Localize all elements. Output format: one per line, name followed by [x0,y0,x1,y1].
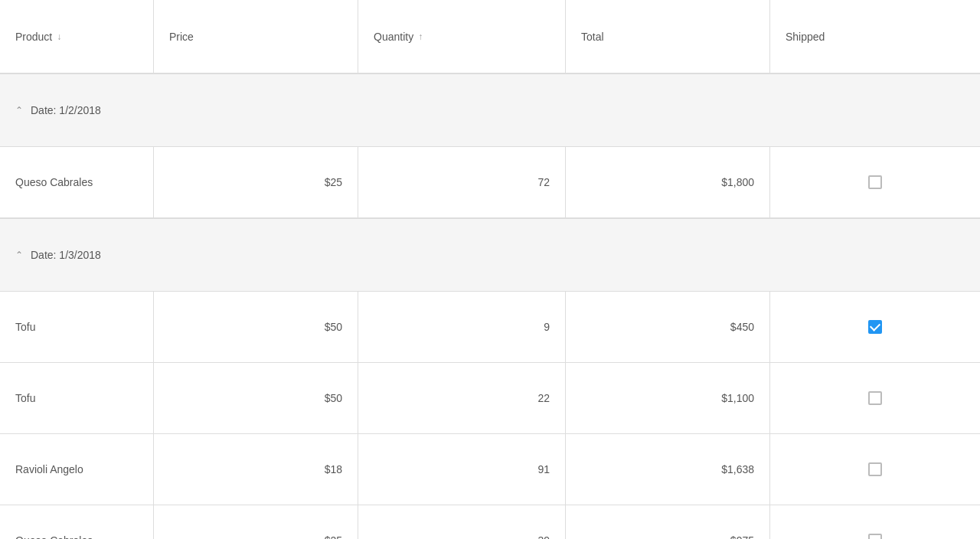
cell-total: $450 [566,292,770,362]
quantity-value: 39 [537,534,550,539]
group-header-1[interactable]: ⌃ Date: 1/2/2018 [0,74,980,147]
cell-quantity: 72 [358,147,566,217]
cell-shipped [770,505,980,539]
group-label-1: Date: 1/2/2018 [31,104,101,116]
shipped-checkbox-checked[interactable] [868,320,882,334]
cell-shipped [770,434,980,505]
price-value: $50 [325,321,342,333]
quantity-value: 91 [537,463,550,475]
cell-price: $25 [154,147,358,217]
product-name: Tofu [15,321,35,333]
sort-asc-icon: ↑ [418,31,423,42]
cell-product: Tofu [0,292,154,362]
price-value: $50 [325,392,342,404]
cell-quantity: 39 [358,505,566,539]
quantity-value: 9 [544,321,550,333]
shipped-checkbox[interactable] [868,462,882,476]
table-row: Queso Cabrales $25 39 $975 [0,505,980,539]
cell-total: $1,100 [566,363,770,433]
shipped-checkbox[interactable] [868,391,882,405]
total-value: $1,100 [721,392,754,404]
cell-total: $975 [566,505,770,539]
cell-shipped [770,147,980,217]
group-header-2[interactable]: ⌃ Date: 1/3/2018 [0,218,980,292]
table-row: Tofu $50 9 $450 [0,292,980,363]
cell-product: Queso Cabrales [0,505,154,539]
header-product[interactable]: Product ↓ [0,0,154,73]
header-total[interactable]: Total [566,0,770,73]
cell-quantity: 9 [358,292,566,362]
cell-price: $18 [154,434,358,505]
total-value: $975 [730,534,754,539]
table-row: Ravioli Angelo $18 91 $1,638 [0,434,980,505]
table-row: Tofu $50 22 $1,100 [0,363,980,434]
quantity-value: 72 [537,176,550,188]
table-row: Queso Cabrales $25 72 $1,800 [0,147,980,218]
price-value: $18 [325,463,342,475]
price-value: $25 [325,534,342,539]
total-value: $1,638 [721,463,754,475]
cell-product: Ravioli Angelo [0,434,154,505]
cell-shipped [770,292,980,362]
header-shipped[interactable]: Shipped [770,0,980,73]
price-value: $25 [325,176,342,188]
product-name: Queso Cabrales [15,534,93,539]
cell-price: $50 [154,292,358,362]
header-price-label: Price [169,31,194,43]
product-name: Tofu [15,392,35,404]
cell-price: $50 [154,363,358,433]
header-shipped-label: Shipped [786,31,825,43]
shipped-checkbox[interactable] [868,534,882,539]
cell-quantity: 22 [358,363,566,433]
table-header: Product ↓ Price Quantity ↑ Total Shipped [0,0,980,74]
group-label-2: Date: 1/3/2018 [31,249,101,261]
cell-shipped [770,363,980,433]
header-price[interactable]: Price [154,0,358,73]
quantity-value: 22 [537,392,550,404]
product-name: Queso Cabrales [15,176,93,188]
shipped-checkbox[interactable] [868,175,882,189]
total-value: $1,800 [721,176,754,188]
header-total-label: Total [581,31,604,43]
cell-product: Tofu [0,363,154,433]
header-quantity[interactable]: Quantity ↑ [358,0,566,73]
chevron-up-icon-2: ⌃ [15,250,23,260]
header-product-label: Product [15,31,52,43]
data-table: Product ↓ Price Quantity ↑ Total Shipped… [0,0,980,539]
total-value: $450 [730,321,754,333]
sort-desc-icon: ↓ [57,31,61,42]
cell-quantity: 91 [358,434,566,505]
cell-total: $1,800 [566,147,770,217]
chevron-up-icon: ⌃ [15,105,23,116]
cell-product: Queso Cabrales [0,147,154,217]
product-name: Ravioli Angelo [15,463,83,475]
cell-total: $1,638 [566,434,770,505]
header-quantity-label: Quantity [374,31,413,43]
cell-price: $25 [154,505,358,539]
